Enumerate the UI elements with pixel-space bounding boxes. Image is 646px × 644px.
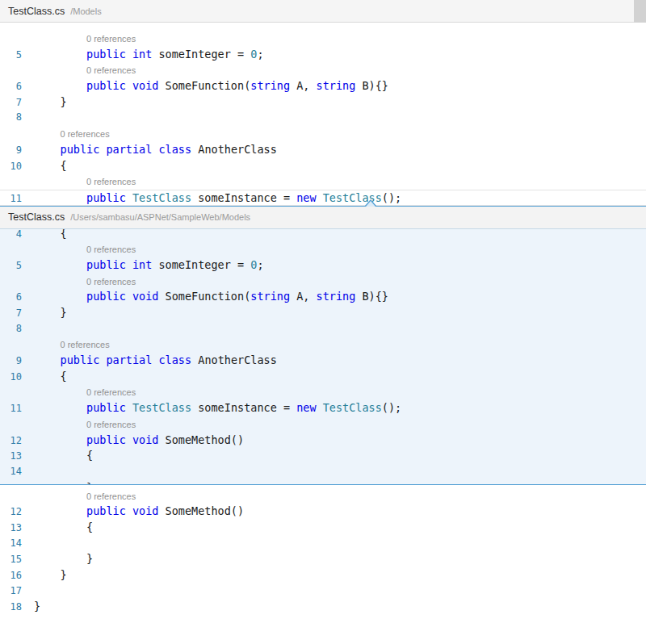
code-line[interactable]: 11 public TestClass someInstance = new T… bbox=[0, 400, 646, 416]
code-line[interactable]: 5 public int someInteger = 0; bbox=[0, 47, 646, 63]
line-number[interactable]: 7 bbox=[0, 95, 34, 111]
code-line[interactable]: 9 public partial class AnotherClass bbox=[0, 142, 646, 158]
code-line[interactable]: 13 { bbox=[0, 520, 646, 536]
peek-file-name: TestClass.cs bbox=[8, 211, 65, 223]
codelens-line[interactable]: 0 references bbox=[0, 416, 646, 433]
code-text: 0 references bbox=[34, 384, 136, 401]
code-text: public partial class AnotherClass bbox=[34, 353, 277, 369]
code-text: 0 references bbox=[34, 416, 136, 433]
code-line[interactable]: 17 bbox=[0, 583, 646, 600]
line-number[interactable]: 14 bbox=[0, 464, 34, 480]
codelens-line[interactable]: 0 references bbox=[0, 62, 646, 78]
codelens-line[interactable]: 0 references bbox=[0, 384, 646, 400]
line-number[interactable]: 15 bbox=[0, 552, 34, 568]
code-line[interactable]: 7 } bbox=[0, 305, 646, 321]
code-line[interactable]: 4 { bbox=[0, 229, 646, 242]
code-line[interactable]: 5 public int someInteger = 0; bbox=[0, 257, 646, 274]
line-number[interactable]: 8 bbox=[0, 321, 34, 337]
code-line[interactable]: 10 { bbox=[0, 369, 646, 385]
line-number[interactable]: 4 bbox=[0, 229, 34, 243]
line-number[interactable]: 15 bbox=[0, 481, 34, 484]
code-line[interactable]: 6 public void SomeFunction(string A, str… bbox=[0, 289, 646, 305]
scrollbar-corner[interactable] bbox=[634, 0, 646, 23]
code-text: } bbox=[34, 480, 93, 484]
line-number[interactable]: 17 bbox=[0, 583, 34, 600]
codelens-line[interactable]: 0 references bbox=[0, 488, 646, 504]
peek-anchor-caret-icon bbox=[364, 199, 377, 207]
line-number[interactable]: 10 bbox=[0, 370, 34, 386]
references-codelens[interactable]: 0 references bbox=[86, 177, 136, 186]
line-number[interactable]: 7 bbox=[0, 306, 34, 322]
code-text: } bbox=[34, 599, 40, 615]
codelens-line[interactable]: 0 references bbox=[0, 174, 646, 190]
code-text: { bbox=[34, 158, 67, 174]
code-text: 0 references bbox=[34, 62, 136, 79]
code-text: 0 references bbox=[34, 174, 136, 190]
line-number[interactable]: 9 bbox=[0, 143, 34, 159]
code-text: public void SomeFunction(string A, strin… bbox=[34, 78, 388, 94]
references-codelens[interactable]: 0 references bbox=[86, 277, 136, 286]
line-number[interactable]: 18 bbox=[0, 600, 34, 616]
code-line[interactable]: 7 } bbox=[0, 94, 646, 111]
code-line[interactable]: 10 { bbox=[0, 158, 646, 174]
references-codelens[interactable]: 0 references bbox=[86, 387, 136, 397]
line-number[interactable]: 13 bbox=[0, 449, 34, 465]
references-codelens[interactable]: 0 references bbox=[86, 34, 136, 44]
line-number[interactable]: 11 bbox=[0, 401, 34, 417]
codelens-line[interactable]: 0 references bbox=[0, 241, 646, 257]
peek-header[interactable]: TestClass.cs /Users/sambasu/ASPNet/Sampl… bbox=[0, 207, 646, 229]
code-text: 0 references bbox=[34, 241, 136, 258]
line-number[interactable]: 10 bbox=[0, 159, 34, 175]
line-number[interactable]: 9 bbox=[0, 353, 34, 370]
line-number[interactable]: 13 bbox=[0, 521, 34, 537]
code-line[interactable]: 14 bbox=[0, 536, 646, 552]
code-text: } bbox=[34, 567, 67, 583]
code-text: { bbox=[34, 520, 93, 536]
code-text: { bbox=[34, 229, 67, 242]
code-line[interactable]: 12 public void SomeMethod() bbox=[0, 433, 646, 449]
code-line[interactable]: 14 bbox=[0, 464, 646, 480]
codelens-line[interactable]: 0 references bbox=[0, 274, 646, 290]
file-path: /Models bbox=[70, 6, 102, 16]
code-text: public void SomeFunction(string A, strin… bbox=[34, 289, 388, 305]
code-line[interactable]: 11 public TestClass someInstance = new T… bbox=[0, 190, 646, 206]
code-line[interactable]: 15 } bbox=[0, 551, 646, 567]
codelens-line[interactable]: 0 references bbox=[0, 31, 646, 47]
line-number[interactable]: 6 bbox=[0, 290, 34, 306]
references-codelens[interactable]: 0 references bbox=[61, 129, 110, 139]
line-number[interactable]: 8 bbox=[0, 110, 34, 126]
line-number[interactable]: 5 bbox=[0, 258, 34, 274]
codelens-line[interactable]: 0 references bbox=[0, 126, 646, 142]
peek-file-path: /Users/sambasu/ASPNet/SampleWeb/Models bbox=[70, 212, 250, 222]
code-text: public partial class AnotherClass bbox=[34, 142, 277, 158]
codelens-line[interactable]: 0 references bbox=[0, 337, 646, 353]
code-line[interactable]: 18} bbox=[0, 599, 646, 615]
code-line[interactable]: 12 public void SomeMethod() bbox=[0, 504, 646, 520]
code-line[interactable]: 15 } bbox=[0, 480, 646, 484]
references-codelens[interactable]: 0 references bbox=[86, 65, 136, 75]
code-line[interactable]: 8 bbox=[0, 110, 646, 126]
code-text: 0 references bbox=[34, 126, 110, 143]
references-codelens[interactable]: 0 references bbox=[86, 245, 136, 254]
code-text: } bbox=[34, 551, 93, 567]
line-number[interactable]: 12 bbox=[0, 504, 34, 521]
references-codelens[interactable]: 0 references bbox=[86, 420, 136, 429]
code-line[interactable]: 13 { bbox=[0, 448, 646, 464]
code-text: 0 references bbox=[34, 31, 136, 48]
code-text: } bbox=[34, 305, 67, 321]
line-number[interactable]: 6 bbox=[0, 79, 34, 95]
code-text: 0 references bbox=[34, 274, 136, 291]
code-line[interactable]: 16 } bbox=[0, 567, 646, 583]
line-number[interactable]: 5 bbox=[0, 48, 34, 64]
file-name[interactable]: TestClass.cs bbox=[8, 6, 65, 17]
line-number[interactable]: 12 bbox=[0, 433, 34, 450]
code-line[interactable]: 6 public void SomeFunction(string A, str… bbox=[0, 78, 646, 94]
line-number[interactable]: 16 bbox=[0, 568, 34, 584]
references-codelens[interactable]: 0 references bbox=[86, 491, 136, 501]
code-text: } bbox=[34, 94, 67, 111]
line-number[interactable]: 14 bbox=[0, 536, 34, 552]
peek-editor: 4 { 0 references5 public int someInteger… bbox=[0, 229, 646, 484]
code-line[interactable]: 8 bbox=[0, 321, 646, 337]
code-line[interactable]: 9 public partial class AnotherClass bbox=[0, 353, 646, 369]
references-codelens[interactable]: 0 references bbox=[61, 340, 110, 349]
